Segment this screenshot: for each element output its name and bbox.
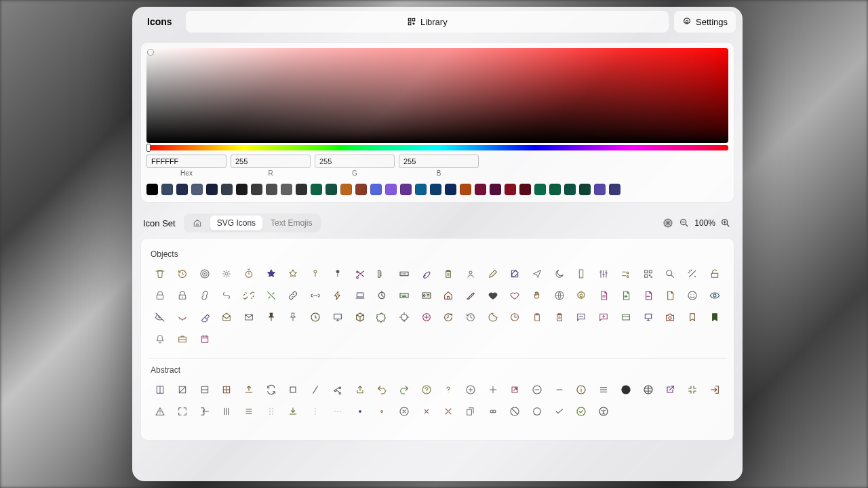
external-link-icon[interactable] [660,380,680,399]
swatch[interactable] [460,184,471,195]
qr-icon[interactable] [638,264,658,283]
star-outline-icon[interactable] [283,264,303,283]
infinity-icon[interactable] [483,402,502,421]
crosshair-icon[interactable] [395,308,414,327]
link-none-icon[interactable] [261,286,281,305]
question-icon[interactable] [439,380,458,399]
heart-filled-icon[interactable] [483,286,502,305]
swatch[interactable] [475,184,486,195]
ruler-icon[interactable] [372,264,392,283]
share-nodes-icon[interactable] [328,380,348,399]
envelope-icon[interactable] [239,308,259,327]
box-slash-icon[interactable] [173,380,193,399]
redo-arrow-icon[interactable] [395,380,414,399]
rocket-icon[interactable] [416,264,436,283]
undo-arrow-icon[interactable] [372,380,392,399]
enter-door-icon[interactable] [195,402,214,421]
clipboard-2-icon[interactable] [549,308,569,327]
tab-text-emojis[interactable]: Text Emojis [264,216,319,230]
arrow-top-right-box-icon[interactable] [505,380,525,399]
laptop-icon[interactable] [350,286,370,305]
chat-plus-icon[interactable] [594,308,614,327]
swatch[interactable] [191,184,203,195]
lock-icon[interactable] [151,286,170,305]
copy-icon[interactable] [461,402,481,421]
stopwatch-icon[interactable] [239,264,259,283]
swatch[interactable] [549,184,561,195]
eraser-icon[interactable] [195,308,214,327]
swatch[interactable] [594,184,606,195]
toggles-icon[interactable] [616,264,636,283]
plus-icon[interactable] [483,380,502,399]
tab-svg-icons[interactable]: SVG Icons [210,216,262,230]
heart-outline-icon[interactable] [505,286,525,305]
lock-closed-icon[interactable] [173,286,193,305]
swatch[interactable] [400,184,412,195]
globe-lines-icon[interactable] [638,380,658,399]
camera-icon[interactable] [660,308,680,327]
zoom-in-button[interactable] [719,217,732,229]
swatch[interactable] [415,184,427,195]
link-broken-icon[interactable] [239,286,259,305]
swatch[interactable] [340,184,352,195]
close-icon[interactable] [439,402,458,421]
swatch[interactable] [221,184,233,195]
swatch[interactable] [266,184,277,195]
check-circle-icon[interactable] [572,402,591,421]
eye-closed-icon[interactable] [173,308,193,327]
search-icon[interactable] [660,264,680,283]
file-icon[interactable] [660,286,680,305]
timer-2-icon[interactable] [372,286,392,305]
stop-icon[interactable] [283,380,303,399]
counter-clockwise-icon[interactable] [439,308,458,327]
pin-filled-icon[interactable] [328,264,348,283]
monitor-icon[interactable] [328,308,348,327]
phone-icon[interactable] [572,264,591,283]
dot-filled-icon[interactable] [350,402,370,421]
gear-icon[interactable] [572,286,591,305]
share-up-icon[interactable] [350,380,370,399]
lightning-icon[interactable] [328,286,348,305]
g-input[interactable] [315,155,395,168]
swatch[interactable] [236,184,248,195]
fullscreen-icon[interactable] [173,402,193,421]
swatch[interactable] [519,184,531,195]
hue-thumb[interactable] [146,144,151,152]
id-card-icon[interactable] [416,286,436,305]
link-2-icon[interactable] [195,286,214,305]
swatch[interactable] [311,184,322,195]
bookmark-filled-icon[interactable] [705,308,724,327]
pencil-icon[interactable] [483,264,502,283]
keyboard-2-icon[interactable] [395,286,414,305]
collapse-icon[interactable] [683,380,703,399]
upload-icon[interactable] [239,380,259,399]
info-circle-icon[interactable] [572,380,591,399]
crosshair-2-icon[interactable] [416,308,436,327]
undo-clock-icon[interactable] [173,264,193,283]
link-simple-icon[interactable] [217,286,237,305]
pin-small-icon[interactable] [306,264,326,283]
sun-icon[interactable] [217,264,237,283]
swatch[interactable] [430,184,441,195]
file-minus-icon[interactable] [638,286,658,305]
swatch[interactable] [146,184,158,195]
rows-icon[interactable] [195,380,214,399]
slash-icon[interactable] [306,380,326,399]
library-tab[interactable]: Library [186,11,669,33]
swatch[interactable] [564,184,576,195]
hue-slider[interactable] [146,145,728,150]
file-plus-icon[interactable] [616,286,636,305]
iconset-home-button[interactable] [186,216,209,230]
minus-circle-icon[interactable] [528,380,547,399]
swatch[interactable] [251,184,262,195]
accessibility-icon[interactable] [594,402,614,421]
plus-circle-icon[interactable] [461,380,481,399]
crumpled-icon[interactable] [372,308,392,327]
swatch[interactable] [176,184,188,195]
link-chain-icon[interactable] [283,286,303,305]
moon-icon[interactable] [549,264,569,283]
bars-vertical-icon[interactable] [217,402,237,421]
columns-icon[interactable] [151,380,170,399]
check-icon[interactable] [549,402,569,421]
star-filled-icon[interactable] [261,264,281,283]
